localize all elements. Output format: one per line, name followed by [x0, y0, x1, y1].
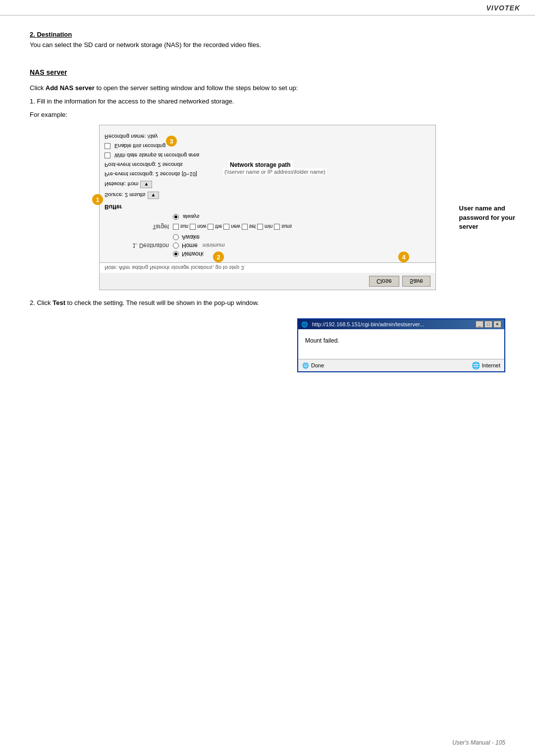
always-label: always [183, 214, 200, 220]
network-label: Network [182, 251, 204, 257]
popup-restore-button[interactable]: □ [484, 321, 492, 328]
buffer-label: Buffer [105, 203, 122, 210]
popup-title-left: 🌐 http://192.168.5.151/cgi-bin/admin/tes… [301, 321, 424, 328]
minimum-label: minimum [203, 243, 225, 249]
always-row: always [105, 214, 430, 220]
destination-row: 1. Destination Network Home [105, 234, 430, 257]
recording-name-text: Recording name: /day [105, 134, 158, 140]
page-footer: User's Manual - 105 [452, 739, 505, 746]
popup-window-controls: _ □ ✕ [476, 321, 501, 328]
user-pass-annotation: User name andpassword for yourserver [459, 204, 515, 231]
awake-label: Awake [182, 234, 200, 241]
popup-footer-left: 🌐 Done [302, 362, 324, 369]
source-row: Source: 2 results ▼ [105, 192, 430, 199]
time-checkbox-A4[interactable] [223, 224, 229, 230]
recording-name-row: Recording name: /day [105, 134, 430, 140]
popup-container: 🌐 http://192.168.5.151/cgi-bin/admin/tes… [30, 310, 505, 372]
date-stamps-checkbox[interactable] [105, 152, 110, 158]
source-controls: Source: 2 results ▼ [105, 192, 159, 199]
nas-heading: NAS server [30, 68, 505, 76]
enable-recording-text: Enable this recording [114, 143, 165, 149]
always-radio[interactable] [173, 214, 179, 220]
home-label: Home [182, 242, 198, 249]
dialog-form: 1. Destination Network Home [99, 125, 436, 263]
dialog-note: Note: After adding Network storage locat… [99, 263, 436, 273]
network-path-sub-annotation: (\\server name or IP address\folder name… [223, 168, 327, 175]
post-event-text: Post-event recording: 2 seconds [105, 162, 183, 168]
time-checkbox-A6[interactable] [257, 224, 263, 230]
time-checkbox-A7[interactable] [274, 224, 280, 230]
dialog-flipped: Close Save Note: After adding Network st… [99, 125, 436, 290]
popup-footer-right: 🌐 Internet [472, 361, 500, 369]
done-label: Done [311, 362, 324, 368]
enable-recording-row: Enable this recording [105, 143, 430, 149]
destination-description: You can select the SD card or network st… [30, 41, 505, 49]
popup-close-button[interactable]: ✕ [493, 321, 501, 328]
popup-body-text: Mount failed. [305, 337, 497, 344]
network-text: Network: from [105, 182, 138, 188]
time-checkbox-A5[interactable] [242, 224, 248, 230]
brand-name: VIVOTEK [486, 4, 520, 12]
network-controls: Network: from ▼ [105, 181, 152, 188]
destination-section: 2. Destination You can select the SD car… [30, 31, 505, 49]
nas-step1: 1. Fill in the information for the acces… [30, 97, 505, 107]
popup-window: 🌐 http://192.168.5.151/cgi-bin/admin/tes… [297, 318, 505, 372]
page-container: VIVOTEK 2. Destination You can select th… [0, 0, 535, 756]
popup-footer: 🌐 Done 🌐 Internet [298, 359, 504, 371]
time-checkbox-A3[interactable] [208, 224, 214, 230]
step2-text: 2. Click Test to check the setting. The … [30, 299, 505, 306]
date-stamps-row: With date stamps at recording area [105, 152, 430, 158]
close-button[interactable]: Close [369, 276, 399, 287]
destination-label: 1. Destination [105, 242, 169, 249]
save-button[interactable]: Save [402, 276, 430, 287]
time-checkbox-A2[interactable] [190, 224, 196, 230]
buffer-row: Buffer [105, 202, 430, 210]
time-checkbox-A1[interactable] [173, 224, 179, 230]
dialog-illustration-area: 1 3 Network storage path (\\server name … [99, 125, 436, 290]
source-tag-down[interactable]: ▼ [148, 192, 160, 199]
nas-section: NAS server Click Add NAS server to open … [30, 68, 505, 372]
done-icon: 🌐 [302, 362, 309, 369]
popup-title-bar: 🌐 http://192.168.5.151/cgi-bin/admin/tes… [298, 319, 504, 329]
pre-event-text: Pre-event recording: 2 seconds [0~10] [105, 171, 197, 177]
home-radio-row: Home minimum [173, 242, 225, 249]
source-text: Source: 2 results [105, 193, 146, 199]
enable-recording-checkbox[interactable] [105, 143, 110, 149]
destination-heading: 2. Destination [30, 31, 505, 38]
page-header: VIVOTEK [0, 0, 535, 15]
nas-intro-line1: Click Add NAS server to open the server … [30, 83, 505, 94]
popup-title-text: http://192.168.5.151/cgi-bin/admin/tests… [312, 321, 424, 327]
home-radio[interactable] [173, 243, 179, 249]
awake-radio[interactable] [173, 234, 179, 240]
awake-radio-row: Awake [173, 234, 225, 241]
target-label: Target [105, 223, 169, 230]
page-number: User's Manual - 105 [452, 739, 505, 746]
test-bold: Test [53, 299, 65, 306]
popup-minimize-button[interactable]: _ [476, 321, 483, 328]
user-pass-text: User name andpassword for yourserver [459, 204, 515, 230]
add-nas-bold: Add NAS server [46, 84, 95, 92]
internet-label: Internet [482, 362, 500, 368]
target-row: Target sun now the new [105, 223, 430, 230]
time-options-row: sun now the new set min [173, 224, 292, 230]
nas-for-example: For example: [30, 110, 505, 120]
browser-icon: 🌐 [301, 321, 308, 328]
network-tag-down[interactable]: ▼ [140, 181, 152, 188]
date-stamps-text: With date stamps at recording area [114, 152, 199, 158]
main-content: 2. Destination You can select the SD car… [0, 16, 535, 392]
internet-icon: 🌐 [472, 361, 480, 369]
network-row: Network: from ▼ [105, 181, 430, 188]
network-radio[interactable] [173, 251, 179, 257]
popup-body: Mount failed. [298, 329, 504, 359]
